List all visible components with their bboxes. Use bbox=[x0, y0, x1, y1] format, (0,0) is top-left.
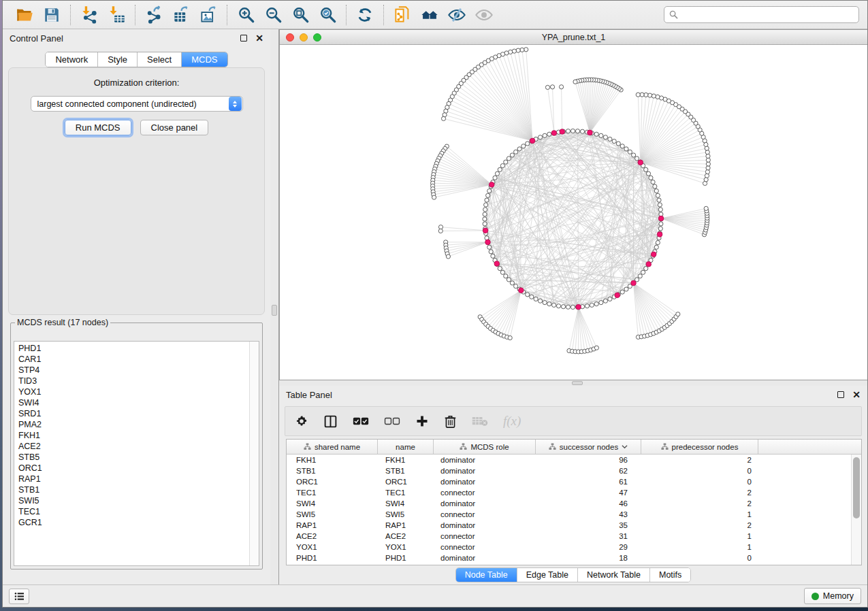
network-overview-icon[interactable] bbox=[416, 3, 443, 27]
close-table-panel-icon[interactable]: ✕ bbox=[852, 391, 861, 398]
table-cell: YOX1 bbox=[378, 542, 434, 552]
run-mcds-button[interactable]: Run MCDS bbox=[65, 120, 131, 135]
search-input[interactable] bbox=[681, 10, 854, 20]
select-all-icon[interactable] bbox=[353, 416, 369, 426]
table-cell: ACE2 bbox=[378, 531, 434, 542]
table-cell: SWI5 bbox=[378, 509, 434, 520]
mcds-result-item[interactable]: GCR1 bbox=[18, 517, 249, 528]
table-tabs: Node Table Edge Table Network Table Moti… bbox=[279, 565, 867, 584]
delete-column-icon[interactable] bbox=[444, 414, 457, 429]
table-row[interactable]: RAP1RAP1dominator352 bbox=[287, 520, 861, 531]
apply-layout-icon[interactable] bbox=[351, 3, 379, 27]
toolbar-separator bbox=[346, 5, 347, 25]
mcds-result-item[interactable]: RAP1 bbox=[18, 474, 249, 484]
zoom-out-icon[interactable] bbox=[259, 3, 287, 27]
tab-edge-table[interactable]: Edge Table bbox=[517, 568, 577, 582]
mcds-list-scrollbar[interactable] bbox=[249, 342, 259, 565]
mcds-result-item[interactable]: PHD1 bbox=[18, 343, 249, 354]
column-header-empty bbox=[758, 440, 861, 454]
task-history-button[interactable] bbox=[9, 589, 29, 604]
network-canvas[interactable] bbox=[280, 45, 867, 380]
export-image-icon[interactable] bbox=[195, 3, 222, 27]
control-panel: Control Panel ✕ Network Style Select MCD… bbox=[3, 29, 270, 584]
table-cell: connector bbox=[434, 509, 536, 520]
column-header-shared-name[interactable]: shared name bbox=[287, 440, 378, 454]
table-cell: 1 bbox=[641, 542, 758, 552]
column-header-successor-nodes[interactable]: successor nodes bbox=[536, 440, 641, 454]
table-cell bbox=[758, 509, 861, 520]
mcds-result-item[interactable]: CAR1 bbox=[18, 354, 249, 365]
table-cell: 62 bbox=[536, 465, 641, 476]
mcds-result-item[interactable]: ORC1 bbox=[18, 463, 249, 474]
import-table-icon[interactable] bbox=[103, 3, 130, 27]
column-header-predecessor-nodes[interactable]: predecessor nodes bbox=[641, 440, 758, 454]
tab-mcds[interactable]: MCDS bbox=[181, 52, 227, 67]
table-scrollbar-thumb[interactable] bbox=[853, 457, 860, 518]
mcds-result-item[interactable]: STB1 bbox=[18, 484, 249, 495]
close-panel-button[interactable]: Close panel bbox=[140, 120, 209, 135]
table-row[interactable]: TEC1TEC1connector472 bbox=[287, 487, 861, 498]
import-network-icon[interactable] bbox=[76, 3, 103, 27]
table-row[interactable]: FKH1FKH1dominator962 bbox=[287, 455, 861, 465]
hide-selected-icon[interactable] bbox=[443, 3, 470, 27]
float-panel-icon[interactable] bbox=[240, 35, 247, 42]
mcds-result-item[interactable]: SWI4 bbox=[18, 397, 249, 408]
table-cell: ACE2 bbox=[287, 531, 378, 542]
table-body: FKH1FKH1dominator962STB1STB1dominator620… bbox=[287, 455, 861, 565]
mcds-result-item[interactable]: PMA2 bbox=[18, 419, 249, 430]
table-cell: PHD1 bbox=[378, 552, 434, 563]
table-row[interactable]: ORC1ORC1dominator610 bbox=[287, 476, 861, 487]
table-row[interactable]: YOX1YOX1connector291 bbox=[287, 542, 861, 552]
table-cell bbox=[758, 487, 861, 498]
deselect-all-icon[interactable] bbox=[384, 416, 400, 426]
mcds-result-item[interactable]: TID3 bbox=[18, 376, 249, 386]
column-header-mcds-role[interactable]: MCDS role bbox=[434, 440, 536, 454]
memory-button[interactable]: Memory bbox=[804, 588, 861, 604]
clone-network-icon[interactable] bbox=[389, 3, 416, 27]
vertical-splitter-handle[interactable] bbox=[272, 305, 277, 316]
float-table-panel-icon[interactable] bbox=[837, 391, 844, 398]
main-toolbar bbox=[3, 1, 867, 29]
mcds-result-item[interactable]: TEC1 bbox=[18, 506, 249, 517]
close-panel-icon[interactable]: ✕ bbox=[255, 35, 263, 42]
main-area: Control Panel ✕ Network Style Select MCD… bbox=[3, 29, 867, 584]
tab-style[interactable]: Style bbox=[97, 52, 137, 67]
show-all-icon[interactable] bbox=[470, 3, 498, 27]
mcds-result-item[interactable]: FKH1 bbox=[18, 430, 249, 441]
table-row[interactable]: SWI5SWI5connector431 bbox=[287, 509, 861, 520]
tab-motifs[interactable]: Motifs bbox=[649, 568, 690, 582]
zoom-in-icon[interactable] bbox=[232, 3, 259, 27]
zoom-fit-icon[interactable] bbox=[287, 3, 314, 27]
mcds-result-item[interactable]: STB5 bbox=[18, 452, 249, 463]
horizontal-splitter-handle[interactable] bbox=[572, 381, 583, 385]
export-table-icon[interactable] bbox=[167, 3, 195, 27]
table-row[interactable]: PHD1PHD1dominator180 bbox=[287, 552, 861, 563]
toolbar-separator bbox=[135, 5, 135, 25]
table-row[interactable]: STB1STB1dominator620 bbox=[287, 465, 861, 476]
save-session-icon[interactable] bbox=[38, 3, 65, 27]
table-row[interactable]: ACE2ACE2connector311 bbox=[287, 531, 861, 542]
optimization-criterion-select[interactable]: largest connected component (undirected) bbox=[31, 96, 243, 112]
table-row[interactable]: SWI4SWI4dominator462 bbox=[287, 498, 861, 509]
mcds-result-item[interactable]: SWI5 bbox=[18, 495, 249, 506]
export-network-icon[interactable] bbox=[140, 3, 167, 27]
mcds-result-item[interactable]: STP4 bbox=[18, 365, 249, 376]
open-file-icon[interactable] bbox=[11, 3, 38, 27]
tab-node-table[interactable]: Node Table bbox=[456, 568, 517, 582]
tab-select[interactable]: Select bbox=[137, 52, 181, 67]
mcds-result-item[interactable]: ACE2 bbox=[18, 441, 249, 452]
table-cell: 61 bbox=[536, 476, 641, 487]
mcds-result-item[interactable]: YOX1 bbox=[18, 386, 249, 397]
column-header-name[interactable]: name bbox=[378, 440, 434, 454]
zoom-selected-icon[interactable] bbox=[314, 3, 341, 27]
settings-gear-icon[interactable] bbox=[295, 414, 308, 428]
show-columns-icon[interactable] bbox=[323, 414, 338, 429]
mcds-result-list: PHD1CAR1STP4TID3YOX1SWI4SRD1PMA2FKH1ACE2… bbox=[14, 342, 249, 565]
add-column-icon[interactable] bbox=[415, 414, 429, 428]
tab-network-table[interactable]: Network Table bbox=[577, 568, 649, 582]
tab-network[interactable]: Network bbox=[46, 52, 97, 67]
mcds-result-item[interactable]: SRD1 bbox=[18, 408, 249, 419]
table-cell: 1 bbox=[641, 509, 758, 520]
control-panel-header: Control Panel ✕ bbox=[3, 29, 270, 47]
table-panel-title: Table Panel bbox=[286, 390, 332, 400]
